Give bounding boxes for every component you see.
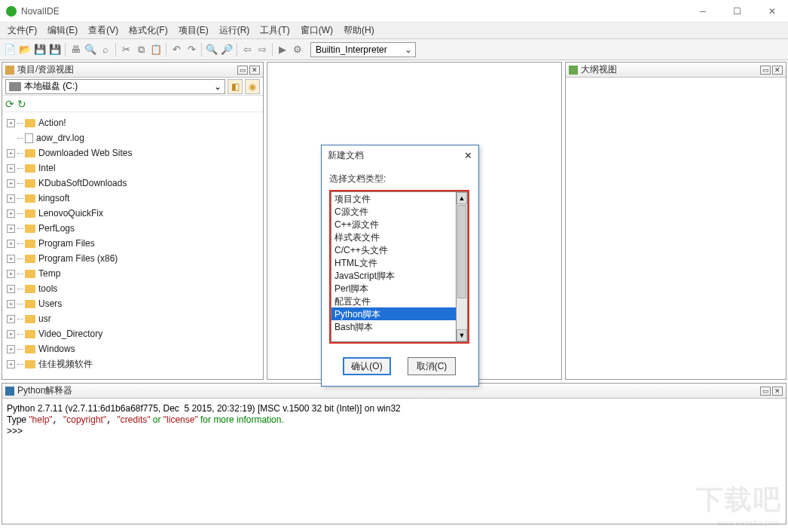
console-output[interactable]: Python 2.7.11 (v2.7.11:6d1b6a68f775, Dec… — [2, 399, 786, 524]
panel-close-button[interactable]: ✕ — [772, 387, 783, 396]
nav-home-icon[interactable]: ⟳ — [5, 98, 14, 110]
scroll-up-button[interactable]: ▲ — [457, 192, 467, 204]
drive-action2-button[interactable]: ◉ — [245, 79, 260, 94]
menu-item[interactable]: 工具(T) — [255, 23, 294, 38]
tree-item[interactable]: +Temp — [4, 266, 261, 281]
tree-item[interactable]: +Users — [4, 296, 261, 311]
forward-icon[interactable]: ⇨ — [255, 43, 269, 57]
cut-icon[interactable]: ✂ — [119, 43, 133, 57]
expand-toggle[interactable]: + — [7, 270, 15, 278]
back-icon[interactable]: ⇦ — [240, 43, 254, 57]
undo-icon[interactable]: ↶ — [170, 43, 183, 57]
expand-toggle — [7, 134, 15, 142]
expand-toggle[interactable]: + — [7, 285, 15, 293]
tree-item[interactable]: +佳佳视频软件 — [4, 356, 261, 371]
save-icon[interactable]: 💾 — [33, 43, 47, 57]
menu-item[interactable]: 文件(F) — [3, 23, 41, 38]
expand-toggle[interactable]: + — [7, 164, 15, 173]
close-button[interactable]: ✕ — [762, 3, 782, 20]
expand-toggle[interactable]: + — [7, 194, 15, 203]
panel-close-button[interactable]: ✕ — [772, 66, 783, 75]
list-item[interactable]: 样式表文件 — [331, 231, 456, 243]
list-item[interactable]: 项目文件 — [331, 192, 456, 205]
print-icon[interactable]: 🖶 — [69, 43, 82, 57]
paste-icon[interactable]: 📋 — [149, 43, 163, 57]
dialog-title-text: 新建文档 — [328, 149, 464, 162]
tree-item-label: tools — [38, 283, 57, 294]
expand-toggle[interactable]: + — [7, 300, 15, 308]
expand-toggle[interactable]: + — [7, 345, 15, 353]
new-file-icon[interactable]: 📄 — [3, 43, 17, 57]
tree-item[interactable]: +usr — [4, 311, 261, 326]
gear-icon[interactable]: ⚙ — [291, 43, 304, 57]
expand-toggle[interactable]: + — [7, 179, 15, 188]
expand-toggle[interactable]: + — [7, 360, 15, 368]
menu-item[interactable]: 运行(R) — [215, 23, 255, 38]
expand-toggle[interactable]: + — [7, 225, 15, 233]
list-item[interactable]: JavaScript脚本 — [331, 269, 456, 282]
redo-icon[interactable]: ↷ — [185, 43, 198, 57]
ok-button[interactable]: 确认(O) — [343, 357, 391, 375]
tree-item[interactable]: +Action! — [4, 115, 261, 130]
expand-toggle[interactable]: + — [7, 119, 15, 127]
list-item[interactable]: HTML文件 — [331, 256, 456, 269]
expand-toggle[interactable]: + — [7, 149, 15, 157]
tree-item[interactable]: +KDubaSoftDownloads — [4, 176, 261, 191]
scroll-thumb[interactable] — [457, 205, 466, 298]
menu-item[interactable]: 窗口(W) — [296, 23, 337, 38]
open-icon[interactable]: 📂 — [18, 43, 32, 57]
document-type-list[interactable]: 项目文件C源文件C++源文件样式表文件C/C++头文件HTML文件JavaScr… — [331, 191, 456, 342]
panel-min-button[interactable]: ▭ — [760, 387, 771, 396]
file-tree[interactable]: +Action!aow_drv.log+Downloaded Web Sites… — [2, 112, 263, 379]
list-item[interactable]: C源文件 — [331, 205, 456, 218]
nav-refresh-icon[interactable]: ↻ — [17, 98, 26, 110]
tree-item[interactable]: +Intel — [4, 161, 261, 176]
expand-toggle[interactable]: + — [7, 315, 15, 323]
expand-toggle[interactable]: + — [7, 240, 15, 248]
scroll-down-button[interactable]: ▼ — [457, 329, 467, 341]
drive-action1-button[interactable]: ◧ — [228, 79, 243, 94]
dialog-close-button[interactable]: ✕ — [464, 150, 472, 161]
tree-item[interactable]: +Video_Directory — [4, 326, 261, 341]
panel-min-button[interactable]: ▭ — [237, 66, 248, 75]
list-item[interactable]: Python脚本 — [331, 307, 456, 320]
drive-select[interactable]: 本地磁盘 (C:) — [5, 79, 225, 94]
expand-toggle[interactable]: + — [7, 330, 15, 338]
tree-item[interactable]: +PerfLogs — [4, 221, 261, 236]
list-item[interactable]: Bash脚本 — [331, 320, 456, 333]
list-item[interactable]: Perl脚本 — [331, 282, 456, 295]
save-all-icon[interactable]: 💾 — [48, 43, 62, 57]
panel-min-button[interactable]: ▭ — [760, 66, 771, 75]
interpreter-select[interactable]: Builtin_Interpreter — [310, 42, 416, 57]
copy-icon[interactable]: ⧉ — [134, 43, 148, 57]
zoom-out-icon[interactable]: 🔎 — [220, 43, 234, 57]
menu-item[interactable]: 帮助(H) — [339, 23, 379, 38]
list-item[interactable]: C/C++头文件 — [331, 243, 456, 256]
list-item[interactable]: C++源文件 — [331, 218, 456, 231]
tree-item[interactable]: +kingsoft — [4, 191, 261, 206]
menu-item[interactable]: 项目(E) — [174, 23, 213, 38]
cancel-button[interactable]: 取消(C) — [408, 357, 456, 375]
minimize-button[interactable]: ─ — [693, 3, 712, 20]
find-icon[interactable]: ⌕ — [99, 43, 112, 57]
list-scrollbar[interactable]: ▲ ▼ — [456, 191, 468, 342]
run-icon[interactable]: ▶ — [276, 43, 289, 57]
tree-item[interactable]: +Downloaded Web Sites — [4, 145, 261, 161]
tree-item[interactable]: aow_drv.log — [4, 130, 261, 145]
panel-close-button[interactable]: ✕ — [249, 66, 260, 75]
expand-toggle[interactable]: + — [7, 255, 15, 263]
tree-item[interactable]: +Program Files (x86) — [4, 251, 261, 266]
menu-item[interactable]: 格式化(F) — [124, 23, 172, 38]
tree-item[interactable]: +LenovoQuickFix — [4, 206, 261, 221]
tree-item[interactable]: +Program Files — [4, 236, 261, 251]
expand-toggle[interactable]: + — [7, 209, 15, 218]
menu-item[interactable]: 查看(V) — [84, 23, 123, 38]
maximize-button[interactable]: ☐ — [727, 3, 747, 20]
tree-item[interactable]: +Windows — [4, 341, 261, 356]
search-icon[interactable]: 🔍 — [84, 43, 97, 57]
list-highlight-box: 项目文件C源文件C++源文件样式表文件C/C++头文件HTML文件JavaScr… — [329, 190, 469, 344]
zoom-in-icon[interactable]: 🔍 — [205, 43, 218, 57]
menu-item[interactable]: 编辑(E) — [43, 23, 82, 38]
list-item[interactable]: 配置文件 — [331, 295, 456, 307]
tree-item[interactable]: +tools — [4, 281, 261, 296]
